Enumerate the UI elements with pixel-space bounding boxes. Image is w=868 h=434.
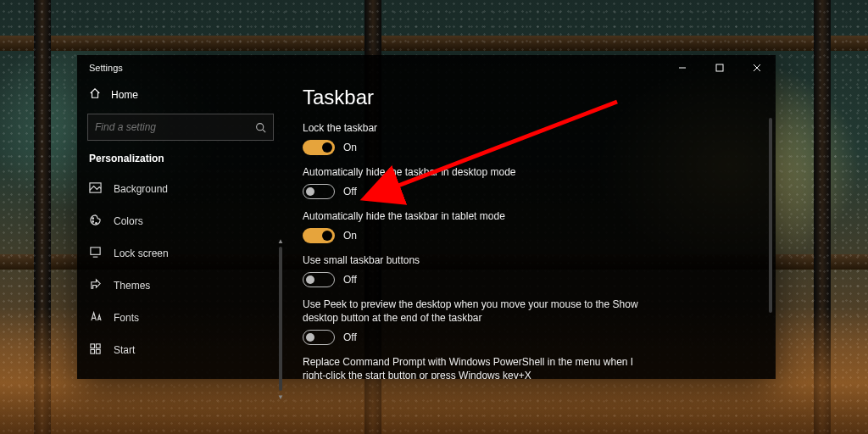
home-icon [89,87,101,102]
toggle-state: Off [343,186,357,198]
search-box[interactable] [87,114,274,141]
nav-themes[interactable]: Themes [77,270,284,302]
category-header: Personalization [77,153,284,173]
nav-label: Fonts [114,312,139,324]
fonts-icon [89,310,102,326]
main-content: Taskbar Lock the taskbar On Automaticall… [284,81,776,379]
toggle-lock-taskbar[interactable] [303,140,335,155]
minimize-button[interactable] [664,55,701,81]
nav-label: Themes [114,280,150,292]
titlebar: Settings [77,55,776,81]
option-label: Use small taskbar buttons [303,253,650,267]
nav-lock-screen[interactable]: Lock screen [77,237,284,270]
window-title: Settings [77,63,123,73]
sidebar-scroll-down-icon[interactable]: ▼ [277,394,284,401]
svg-point-4 [256,123,263,130]
option-label: Replace Command Prompt with Windows Powe… [303,355,650,379]
nav-background[interactable]: Background [77,173,284,205]
svg-point-9 [96,223,97,225]
option-powershell: Replace Command Prompt with Windows Powe… [303,355,757,379]
option-lock-taskbar: Lock the taskbar On [303,121,757,155]
nav-fonts[interactable]: Fonts [77,302,284,334]
svg-rect-12 [91,344,95,348]
option-label: Automatically hide the taskbar in tablet… [303,209,650,223]
nav-label: Start [114,344,135,356]
nav-label: Lock screen [114,248,169,259]
search-input[interactable] [88,121,248,133]
nav-colors[interactable]: Colors [77,205,284,237]
themes-icon [89,278,102,293]
toggle-state: On [343,230,357,242]
toggle-state: Off [343,274,357,286]
svg-line-5 [262,129,264,131]
page-heading: Taskbar [303,86,757,109]
maximize-button[interactable] [701,55,738,81]
main-scrollbar[interactable] [769,118,772,313]
search-icon [248,122,273,133]
toggle-autohide-tablet[interactable] [303,228,335,243]
toggle-small-buttons[interactable] [303,272,335,287]
settings-window: Settings Home Personali [77,55,776,379]
svg-rect-15 [96,349,100,353]
sidebar: Home Personalization Background Colors [77,81,284,379]
close-button[interactable] [738,55,776,81]
sidebar-scrollbar[interactable] [279,247,282,391]
svg-point-8 [92,221,94,223]
lock-screen-icon [89,246,102,261]
svg-rect-1 [716,64,723,71]
svg-point-7 [92,218,94,220]
toggle-state: Off [343,331,357,343]
option-small-buttons: Use small taskbar buttons Off [303,253,757,287]
palette-icon [89,214,102,229]
option-label: Use Peek to preview the desktop when you… [303,298,650,325]
option-label: Lock the taskbar [303,121,650,135]
nav-start[interactable]: Start [77,334,284,366]
nav-label: Colors [114,215,143,227]
nav-label: Background [114,183,168,195]
svg-rect-14 [91,349,95,353]
sidebar-scroll-up-icon[interactable]: ▲ [277,238,284,245]
option-peek: Use Peek to preview the desktop when you… [303,298,757,345]
toggle-peek[interactable] [303,330,335,345]
toggle-state: On [343,142,357,153]
start-icon [89,342,102,358]
home-link[interactable]: Home [77,81,284,110]
option-autohide-tablet: Automatically hide the taskbar in tablet… [303,209,757,243]
svg-rect-10 [91,248,100,254]
picture-icon [89,181,102,197]
option-autohide-desktop: Automatically hide the taskbar in deskto… [303,165,757,199]
svg-rect-13 [96,344,100,348]
toggle-autohide-desktop[interactable] [303,184,335,199]
option-label: Automatically hide the taskbar in deskto… [303,165,650,179]
home-label: Home [111,89,138,101]
